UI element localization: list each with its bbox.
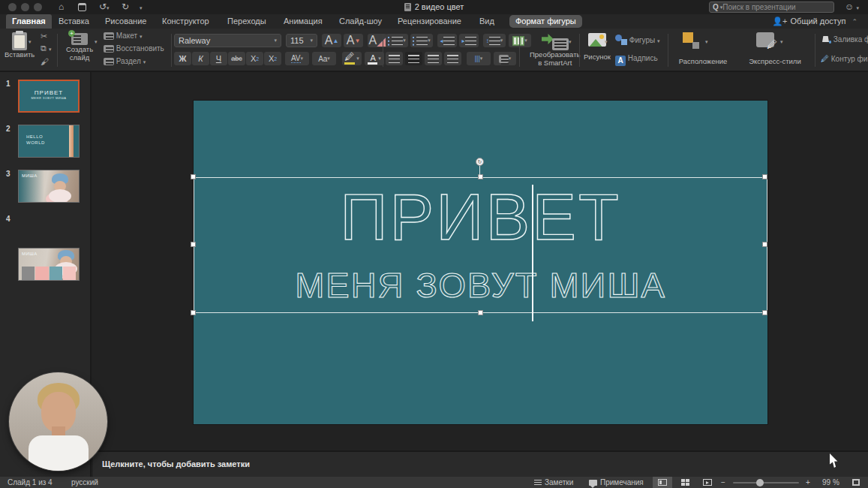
copy-icon[interactable]: ⧉ ▾	[41, 44, 51, 53]
slide-thumbnail-4[interactable]: МИША	[18, 248, 80, 281]
tab-slideshow[interactable]: Слайд-шоу	[333, 14, 388, 29]
increase-font-size-button[interactable]: A▲	[322, 34, 341, 47]
cut-icon[interactable]: ✂	[41, 32, 47, 41]
tab-animations[interactable]: Анимация	[278, 14, 329, 29]
tab-view[interactable]: Вид	[473, 14, 500, 29]
comments-toggle[interactable]: Примечания	[589, 477, 644, 488]
shape-fill-button[interactable]: Заливка фигуры ▾	[821, 35, 868, 44]
slide-thumbnail-1[interactable]: ПРИВЕТ МЕНЯ ЗОВУТ МИША	[18, 80, 80, 113]
bullets-button[interactable]: ▾	[386, 34, 408, 47]
slide-thumbnail-2[interactable]: HELLOWORLD	[18, 125, 80, 158]
slide-sorter-view-button[interactable]	[675, 477, 695, 488]
paste-button[interactable]: Вставить	[5, 32, 35, 59]
strikethrough-button[interactable]: abc	[228, 52, 245, 65]
slide-thumbnail-3[interactable]: МИША	[18, 170, 80, 203]
font-group: Raleway▾ 115▾ A▲ A▼ A◢ Ж К Ч abc X2 X2 A…	[174, 29, 380, 72]
arrange-button[interactable]	[683, 32, 699, 49]
quick-styles-caret-icon[interactable]: ▾	[780, 39, 783, 45]
resize-handle-bottom-left[interactable]	[191, 310, 196, 315]
tab-home[interactable]: Главная	[6, 14, 52, 29]
slide-sorter-icon	[681, 479, 689, 486]
normal-view-button[interactable]	[653, 477, 672, 488]
clear-formatting-button[interactable]: A◢	[368, 34, 387, 47]
tab-review[interactable]: Рецензирование	[392, 14, 467, 29]
textbox-selection-rect[interactable]	[194, 177, 767, 313]
picture-button[interactable]: Рисунок	[584, 33, 611, 61]
align-left-button[interactable]	[386, 52, 403, 65]
notes-pane[interactable]: Щелкните, чтобы добавить заметки	[93, 450, 868, 477]
textbox-button[interactable]: A Надпись	[615, 54, 658, 66]
language-indicator[interactable]: русский	[71, 477, 98, 488]
tab-insert[interactable]: Вставка	[53, 14, 95, 29]
rotate-handle[interactable]: ↻	[476, 158, 484, 166]
align-center-button[interactable]	[405, 52, 422, 65]
resize-handle-top-right[interactable]	[762, 174, 767, 179]
tab-design[interactable]: Конструктор	[156, 14, 215, 29]
underline-button[interactable]: Ч	[210, 52, 227, 65]
shape-outline-button[interactable]: 🖉 Контур фигуры ▾	[821, 54, 868, 63]
bold-button[interactable]: Ж	[174, 52, 191, 65]
italic-button[interactable]: К	[192, 52, 209, 65]
tab-shape-format[interactable]: Формат фигуры	[509, 15, 582, 28]
text-direction-button[interactable]: |||▾	[467, 52, 491, 65]
tab-draw[interactable]: Рисование	[99, 14, 152, 29]
powerpoint-window: ⌂ ↺▾ ↻ ▾ 2 видео цвет Q▾ ☺ ▾ Главная Вст…	[0, 0, 868, 488]
resize-handle-top-left[interactable]	[191, 174, 196, 179]
subscript-button[interactable]: X2	[264, 52, 281, 65]
zoom-slider-thumb[interactable]	[756, 479, 764, 486]
line-spacing-button[interactable]: ↕▾	[483, 34, 506, 47]
smartart-group: Преобразоватьв SmartArt ▾	[525, 29, 575, 72]
resize-handle-bottom-center[interactable]	[478, 310, 483, 315]
layout-button[interactable]: Макет ▾	[104, 32, 142, 40]
resize-handle-bottom-right[interactable]	[762, 310, 767, 315]
zoom-in-button[interactable]: +	[806, 477, 810, 488]
notes-placeholder[interactable]: Щелкните, чтобы добавить заметки	[102, 459, 250, 468]
feedback-smiley-icon[interactable]: ☺ ▾	[845, 2, 859, 12]
align-right-button[interactable]	[425, 52, 442, 65]
format-painter-icon[interactable]: 🖌	[41, 57, 49, 66]
highlight-color-button[interactable]: ▾	[342, 52, 362, 65]
arrange-caret-icon[interactable]: ▾	[705, 39, 708, 45]
search-box[interactable]: Q▾	[709, 2, 834, 13]
paste-icon	[12, 32, 27, 50]
zoom-slider-track[interactable]	[733, 482, 799, 483]
numbering-button[interactable]: ▾	[410, 34, 433, 47]
increase-indent-button[interactable]: ▸	[459, 34, 479, 47]
zoom-out-button[interactable]: −	[721, 477, 725, 488]
slide-editing-surface[interactable]: ПРИВЕТ МЕНЯ ЗОВУТ МИША ↻	[194, 101, 767, 424]
share-button[interactable]: 👤+Общий доступ⌃	[772, 14, 857, 29]
notes-toggle[interactable]: Заметки	[534, 477, 573, 488]
slideshow-view-button[interactable]	[698, 477, 717, 488]
new-slide-caret-icon[interactable]: ▾	[95, 39, 98, 45]
decrease-indent-button[interactable]: ◂	[437, 34, 457, 47]
section-button[interactable]: Раздел ▾	[104, 57, 146, 65]
justify-button[interactable]	[444, 52, 461, 65]
paste-caret-icon[interactable]: ▾	[29, 39, 32, 45]
picture-caret-icon[interactable]: ▾	[605, 39, 608, 45]
smartart-caret-icon[interactable]: ▾	[569, 39, 572, 45]
superscript-button[interactable]: X2	[246, 52, 263, 65]
character-spacing-button[interactable]: AV▾	[285, 52, 309, 65]
decrease-font-size-button[interactable]: A▼	[344, 34, 363, 47]
fit-to-window-icon[interactable]	[852, 479, 860, 486]
new-slide-button[interactable]: + Создатьслайд	[66, 33, 93, 62]
slide-number: 4	[6, 215, 11, 223]
font-name-select[interactable]: Raleway▾	[174, 34, 281, 47]
resize-handle-middle-right[interactable]	[762, 242, 767, 247]
search-input[interactable]	[722, 3, 830, 11]
insert-group: Рисунок ▾ Фигуры ▾ A Надпись	[584, 29, 665, 72]
shapes-button[interactable]: Фигуры ▾	[615, 35, 660, 45]
zoom-level[interactable]: 99 %	[822, 477, 839, 488]
quick-styles-button[interactable]	[756, 32, 774, 47]
change-case-button[interactable]: Aa▾	[312, 52, 336, 65]
collapse-ribbon-icon[interactable]: ⌃	[851, 18, 857, 26]
tab-transitions[interactable]: Переходы	[221, 14, 272, 29]
convert-to-smartart-button[interactable]: Преобразоватьв SmartArt	[530, 32, 580, 67]
document-icon	[404, 3, 411, 11]
resize-handle-middle-left[interactable]	[191, 242, 196, 247]
font-size-select[interactable]: 115▾	[286, 34, 317, 47]
align-text-button[interactable]: ▾	[494, 52, 516, 65]
reset-button[interactable]: Восстановить	[104, 44, 164, 53]
slide-canvas[interactable]: ПРИВЕТ МЕНЯ ЗОВУТ МИША ↻	[93, 72, 868, 450]
font-color-button[interactable]: А▾	[365, 52, 384, 65]
